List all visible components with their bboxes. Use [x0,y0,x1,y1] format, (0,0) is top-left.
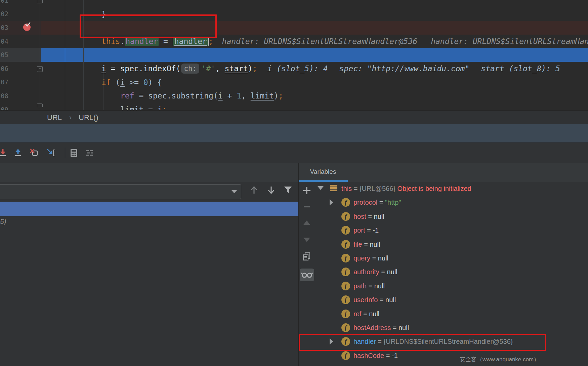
field-icon: f [341,323,350,332]
variable-row[interactable]: f ref = null [315,307,588,321]
watermark-text: 安全客（www.anquanke.com） [460,356,539,363]
variable-row[interactable]: f path = null [315,279,588,293]
expander-collapsed-icon[interactable] [330,199,333,205]
field-icon: f [341,295,350,304]
variable-value: null [374,213,384,220]
variable-name: userInfo [353,296,378,303]
assign-token: = [379,268,387,276]
breadcrumb: URL › URL() [0,110,588,124]
assign-token: = [352,185,360,192]
stack-frame-partial-text[interactable]: 5) [0,217,6,226]
debugger-window: − − 01 02 03 04 05 06 07 08 09 } this.ha… [0,0,588,366]
variable-text: hostAddress = null [353,321,409,335]
view-options-button[interactable] [85,148,94,158]
variable-text: userInfo = null [353,293,396,307]
variable-text: file = null [353,238,380,251]
debug-step-toolbar [0,143,588,163]
code-editor[interactable]: − − 01 02 03 04 05 06 07 08 09 } this.ha… [0,0,588,110]
filter-frames-icon[interactable] [283,185,293,196]
debug-toolwindow-band [0,124,588,143]
variable-text: path = null [353,279,385,293]
assign-token: = [384,352,392,359]
previous-frame-button[interactable] [249,185,259,196]
field-icon: f [341,310,350,318]
variable-row[interactable]: f file = null [315,238,588,251]
variable-status-text: Object is being initialized [397,185,471,192]
inline-debug-hint: handler: URLDNS$SilentURLStreamHand [431,37,588,46]
tab-variables-label: Variables [310,168,336,175]
tab-variables[interactable]: Variables [298,163,348,182]
assign-token: = [378,296,385,303]
drop-frame-button[interactable] [30,148,39,158]
field-icon: f [341,212,350,221]
selected-stack-frame-row[interactable] [0,202,298,216]
variable-row[interactable]: f hashCode = -1 [315,349,588,363]
thread-selector-dropdown[interactable] [0,184,241,199]
breadcrumb-class[interactable]: URL [47,111,62,124]
add-watch-button[interactable] [302,186,311,195]
variable-name: hashCode [353,352,384,359]
move-down-button[interactable] [302,235,311,244]
variable-text: query = null [353,251,388,265]
chevron-right-icon: › [69,111,72,124]
variable-text: protocol = "http" [353,196,401,209]
variable-name: this [341,185,352,192]
variable-row[interactable]: f authority = null [315,265,588,279]
duplicate-button[interactable] [302,252,311,261]
run-to-cursor-button[interactable] [46,148,56,158]
variable-text: port = -1 [353,223,379,237]
annotation-rect-breakpoint-line [80,14,217,38]
variable-row-this[interactable]: this = {URL@566} Object is being initial… [315,182,588,196]
show-watches-toggle[interactable] [300,269,314,281]
move-up-button[interactable] [302,218,311,228]
variable-row[interactable]: f hostAddress = null [315,321,588,335]
assign-token: = [365,227,373,234]
variable-text: host = null [353,210,384,223]
variable-ref: {URL@566} [360,185,395,192]
variable-row[interactable]: f userInfo = null [315,293,588,307]
inline-debug-hint: handler: URLDNS$SilentURLStreamHandler@5… [222,37,418,46]
remove-watch-button[interactable] [302,202,311,211]
step-into-button[interactable] [0,148,7,158]
assign-token: = [362,241,370,248]
assign-token: = [366,213,374,220]
glasses-icon [300,269,314,281]
variable-value: null [398,324,409,331]
variable-name: host [353,213,366,220]
variable-name: hostAddress [353,324,391,331]
field-icon: f [341,351,350,360]
variable-text: authority = null [353,265,397,279]
variable-row[interactable]: f query = null [315,251,588,265]
variable-value: null [369,310,379,318]
variable-row[interactable]: f protocol = "http" [315,196,588,209]
next-frame-button[interactable] [266,185,276,196]
field-icon: f [341,198,350,207]
fold-collapse-icon[interactable]: − [37,66,43,72]
variable-value: null [370,241,380,248]
field-icon: f [341,254,350,262]
variable-row[interactable]: f port = -1 [315,223,588,237]
variable-value: "http" [385,199,401,206]
frames-list-top-border [0,201,298,201]
debugger-tab-row: Variables [0,163,588,182]
variable-value: null [385,296,396,303]
expander-expanded-icon[interactable] [318,186,324,190]
assign-token: = [367,282,374,290]
step-out-button[interactable] [13,148,23,158]
variable-value: null [378,254,388,262]
assign-token: = [370,254,378,262]
variable-row[interactable]: f host = null [315,210,588,223]
assign-token: = [391,324,398,331]
fold-collapse-icon[interactable]: − [37,0,43,3]
evaluate-expression-button[interactable] [69,148,79,158]
breadcrumb-method[interactable]: URL() [79,111,98,124]
chevron-down-icon [232,190,237,193]
toolbar-separator [65,148,65,158]
variable-row[interactable]: f handler = {URLDNS$SilentURLStreamHandl… [315,335,588,349]
variables-tree: this = {URL@566} Object is being initial… [315,182,588,366]
assign-token: = [377,199,385,206]
field-icon: f [341,226,350,235]
assign-token: = [361,310,369,318]
variable-name: query [353,254,370,262]
variable-name: authority [353,268,379,276]
